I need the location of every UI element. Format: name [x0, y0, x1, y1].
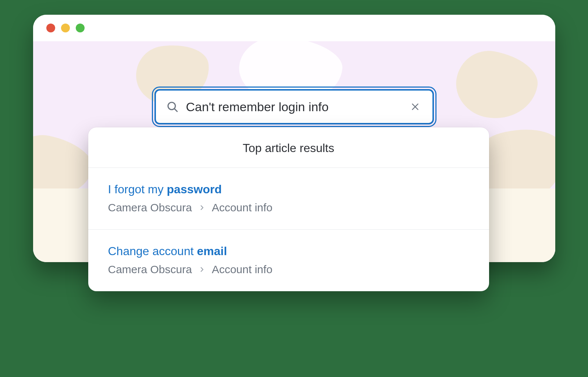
search-box[interactable]: [154, 89, 434, 124]
result-title: Change account email: [108, 244, 469, 258]
search-input[interactable]: [186, 100, 401, 114]
breadcrumb-parent: Camera Obscura: [108, 201, 192, 214]
result-breadcrumb: Camera Obscura Account info: [108, 201, 469, 214]
search-result-item[interactable]: I forgot my password Camera Obscura Acco…: [88, 168, 489, 230]
breadcrumb-child: Account info: [212, 201, 272, 214]
result-title: I forgot my password: [108, 183, 469, 196]
window-zoom-dot[interactable]: [76, 24, 85, 32]
decorative-blob: [451, 46, 542, 125]
window-minimize-dot[interactable]: [61, 24, 70, 32]
result-title-text: Change account: [108, 244, 197, 258]
window-titlebar: [33, 15, 555, 41]
search-icon: [166, 101, 179, 113]
results-header: Top article results: [88, 127, 489, 168]
breadcrumb-child: Account info: [212, 263, 272, 276]
breadcrumb-parent: Camera Obscura: [108, 263, 192, 276]
search-results-dropdown: Top article results I forgot my password…: [88, 127, 489, 291]
search-container: [154, 89, 434, 124]
result-title-highlight: email: [197, 244, 227, 258]
window-close-dot[interactable]: [46, 24, 55, 32]
clear-search-button[interactable]: [408, 100, 422, 114]
svg-line-1: [174, 109, 177, 112]
result-breadcrumb: Camera Obscura Account info: [108, 263, 469, 276]
chevron-right-icon: [199, 266, 205, 273]
result-title-highlight: password: [167, 183, 222, 196]
search-result-item[interactable]: Change account email Camera Obscura Acco…: [88, 230, 489, 291]
browser-window: Top article results I forgot my password…: [33, 15, 555, 262]
result-title-text: I forgot my: [108, 183, 167, 196]
chevron-right-icon: [199, 204, 205, 211]
close-icon: [410, 102, 420, 112]
